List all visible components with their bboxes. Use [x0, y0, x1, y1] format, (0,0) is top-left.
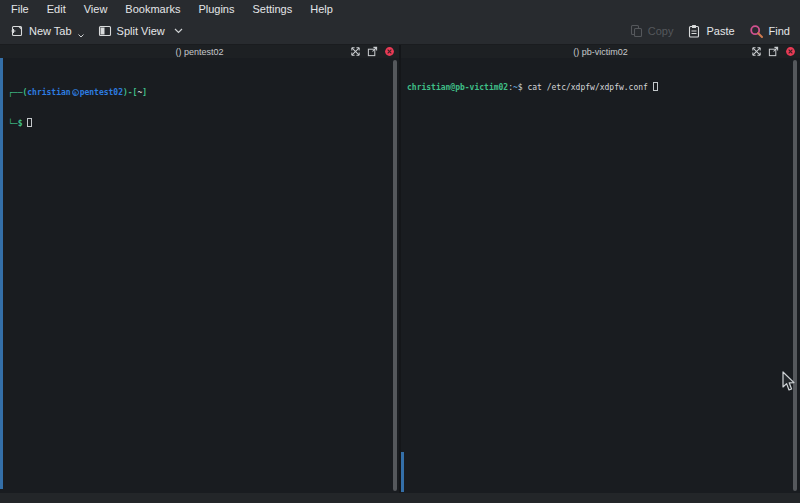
new-tab-caret-icon[interactable]: [78, 34, 84, 38]
new-tab-button[interactable]: New Tab: [10, 24, 84, 38]
left-scroll-indicator: [0, 58, 3, 489]
left-terminal-content: ┌──(christian@pentest02)-[~] └─$: [0, 58, 399, 149]
split-view-icon: [98, 24, 112, 38]
command-text: cat /etc/xdpfw/xdpfw.conf: [523, 83, 653, 92]
prompt-user: christian: [27, 88, 70, 97]
menu-view[interactable]: View: [75, 1, 117, 17]
kali-prompt-line1: ┌──(christian@pentest02)-[~]: [8, 88, 391, 98]
copy-button[interactable]: Copy: [629, 24, 674, 38]
kali-prompt-line2: └─$: [8, 118, 391, 129]
toolbar: New Tab Split View Copy: [0, 18, 800, 44]
copy-icon: [629, 24, 643, 38]
paste-button[interactable]: Paste: [687, 24, 734, 38]
split-headers: () pentest02: [0, 44, 800, 58]
terminal-pane-pentest02[interactable]: ┌──(christian@pentest02)-[~] └─$: [0, 58, 399, 493]
right-pane-header[interactable]: () pb-victim02: [401, 45, 800, 58]
window-bottom-margin: [0, 493, 800, 503]
right-terminal-content: christian@pb-victim02:~$ cat /etc/xdpfw/…: [401, 58, 800, 113]
left-maximize-pane-icon[interactable]: [350, 46, 361, 57]
split-view-button[interactable]: Split View: [98, 24, 183, 38]
menu-settings[interactable]: Settings: [243, 1, 301, 17]
find-button[interactable]: Find: [749, 24, 790, 39]
prompt-dollar: └─$: [8, 119, 27, 128]
prompt-host: pentest02: [80, 88, 123, 97]
prompt-user-host: christian@pb-victim02: [407, 83, 508, 92]
terminal-pane-pb-victim02[interactable]: christian@pb-victim02:~$ cat /etc/xdpfw/…: [401, 58, 800, 493]
find-icon: [749, 24, 764, 39]
right-scrollbar[interactable]: [793, 60, 797, 491]
right-detach-pane-icon[interactable]: [768, 46, 779, 57]
split-view-label: Split View: [117, 25, 165, 37]
right-close-pane-icon[interactable]: [785, 46, 796, 57]
menu-plugins[interactable]: Plugins: [189, 1, 243, 17]
right-maximize-pane-icon[interactable]: [751, 46, 762, 57]
remote-prompt-line: christian@pb-victim02:~$ cat /etc/xdpfw/…: [407, 82, 792, 93]
menu-bookmarks[interactable]: Bookmarks: [116, 1, 189, 17]
paste-icon: [687, 24, 701, 38]
menu-edit[interactable]: Edit: [38, 1, 75, 17]
konsole-window: { "menu_bar": { "items": ["File", "Edit"…: [0, 0, 800, 503]
right-pane-title: () pb-victim02: [573, 47, 628, 57]
copy-label: Copy: [648, 25, 674, 37]
left-scrollbar[interactable]: [393, 60, 397, 491]
paste-label: Paste: [706, 25, 734, 37]
find-label: Find: [769, 25, 790, 37]
menu-bar: File Edit View Bookmarks Plugins Setting…: [0, 0, 800, 18]
new-tab-label: New Tab: [29, 25, 72, 37]
left-detach-pane-icon[interactable]: [367, 46, 378, 57]
new-tab-icon: [10, 24, 24, 38]
terminal-area: ┌──(christian@pentest02)-[~] └─$ christi…: [0, 58, 800, 493]
right-terminal-cursor: [653, 82, 658, 91]
split-view-caret-icon: [174, 28, 183, 34]
prompt-close: ]: [142, 88, 147, 97]
kali-at-icon: @: [72, 89, 79, 96]
left-pane-title: () pentest02: [175, 47, 223, 57]
left-pane-header[interactable]: () pentest02: [0, 45, 399, 58]
menu-help[interactable]: Help: [301, 1, 342, 17]
left-close-pane-icon[interactable]: [384, 46, 395, 57]
right-scroll-indicator: [401, 452, 404, 492]
left-terminal-cursor: [27, 118, 32, 127]
prompt-open: ┌──(: [8, 88, 27, 97]
menu-file[interactable]: File: [2, 1, 38, 17]
prompt-mid: )-[: [123, 88, 137, 97]
